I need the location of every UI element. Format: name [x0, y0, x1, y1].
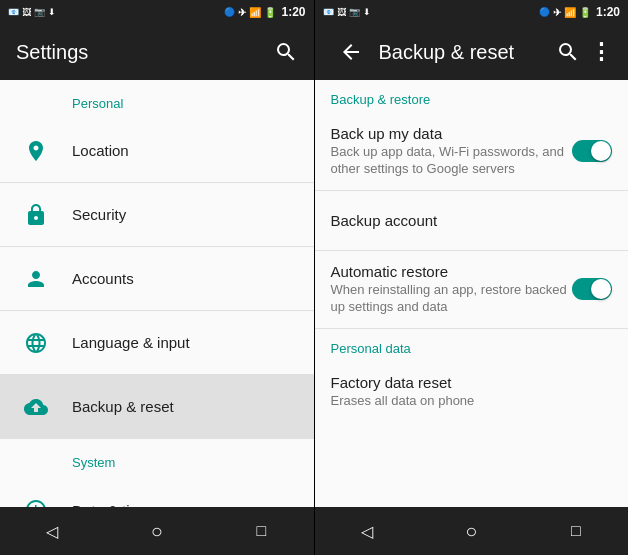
right-back-button[interactable]	[339, 40, 363, 64]
section-personal: Personal	[0, 80, 314, 119]
auto-restore-subtitle: When reinstalling an app, restore backed…	[331, 282, 573, 316]
backup-data-toggle-knob	[591, 141, 611, 161]
backup-account-text: Backup account	[331, 212, 613, 229]
left-back-button[interactable]: ◁	[28, 507, 76, 555]
left-settings-list: Personal Location Security Ac	[0, 80, 314, 507]
accounts-title: Accounts	[72, 270, 298, 287]
auto-restore-item[interactable]: Automatic restore When reinstalling an a…	[315, 251, 629, 329]
right-recents-button[interactable]: □	[552, 507, 600, 555]
accounts-text: Accounts	[72, 270, 298, 287]
factory-reset-item[interactable]: Factory data reset Erases all data on ph…	[315, 362, 629, 422]
right-back-nav-button[interactable]: ◁	[343, 507, 391, 555]
sidebar-item-location[interactable]: Location	[0, 119, 314, 183]
right-search-icon[interactable]	[556, 40, 580, 64]
backup-data-item[interactable]: Back up my data Back up app data, Wi-Fi …	[315, 113, 629, 191]
right-toolbar: Backup & reset ⋮	[315, 24, 629, 80]
right-home-button[interactable]: ○	[447, 507, 495, 555]
location-icon	[16, 131, 56, 171]
right-toolbar-title: Backup & reset	[379, 41, 549, 64]
sidebar-item-security[interactable]: Security	[0, 183, 314, 247]
auto-restore-title: Automatic restore	[331, 263, 573, 280]
sidebar-item-accounts[interactable]: Accounts	[0, 247, 314, 311]
left-nav-bar: ◁ ○ □	[0, 507, 314, 555]
right-back-nav-icon: ◁	[361, 522, 373, 541]
left-status-icons: 📧 🖼 📷 ⬇	[8, 7, 56, 17]
backup-text: Backup & reset	[72, 398, 298, 415]
location-text: Location	[72, 142, 298, 159]
datetime-text: Date & time	[72, 502, 298, 508]
left-back-icon: ◁	[46, 522, 58, 541]
backup-account-title: Backup account	[331, 212, 613, 229]
right-recents-icon: □	[571, 522, 581, 540]
auto-restore-toggle-knob	[591, 279, 611, 299]
left-panel: 📧 🖼 📷 ⬇ 🔵 ✈ 📶 🔋 1:20 Settings Personal	[0, 0, 314, 555]
sidebar-item-language[interactable]: Language & input	[0, 311, 314, 375]
factory-reset-title: Factory data reset	[331, 374, 613, 391]
left-status-right: 🔵 ✈ 📶 🔋 1:20	[224, 5, 305, 19]
backup-title: Backup & reset	[72, 398, 298, 415]
factory-reset-subtitle: Erases all data on phone	[331, 393, 613, 410]
section-system: System	[0, 439, 314, 478]
backup-data-toggle[interactable]	[572, 140, 612, 162]
sidebar-item-datetime[interactable]: Date & time	[0, 478, 314, 507]
security-text: Security	[72, 206, 298, 223]
sidebar-item-backup[interactable]: Backup & reset	[0, 375, 314, 439]
auto-restore-text: Automatic restore When reinstalling an a…	[331, 263, 573, 316]
backup-data-text: Back up my data Back up app data, Wi-Fi …	[331, 125, 573, 178]
left-home-icon: ○	[151, 520, 163, 543]
security-title: Security	[72, 206, 298, 223]
backup-icon	[16, 387, 56, 427]
auto-restore-toggle[interactable]	[572, 278, 612, 300]
section-backup-restore: Backup & restore	[315, 80, 629, 113]
right-clock: 1:20	[596, 5, 620, 19]
section-personal-data: Personal data	[315, 329, 629, 362]
left-recents-icon: □	[256, 522, 266, 540]
location-title: Location	[72, 142, 298, 159]
right-nav-bar: ◁ ○ □	[315, 507, 629, 555]
right-status-bar: 📧 🖼 📷 ⬇ 🔵 ✈ 📶 🔋 1:20	[315, 0, 629, 24]
left-toolbar: Settings	[0, 24, 314, 80]
factory-reset-text: Factory data reset Erases all data on ph…	[331, 374, 613, 410]
backup-account-item[interactable]: Backup account	[315, 191, 629, 251]
left-status-bar: 📧 🖼 📷 ⬇ 🔵 ✈ 📶 🔋 1:20	[0, 0, 314, 24]
datetime-title: Date & time	[72, 502, 298, 508]
right-status-right: 🔵 ✈ 📶 🔋 1:20	[539, 5, 620, 19]
accounts-icon	[16, 259, 56, 299]
left-home-button[interactable]: ○	[133, 507, 181, 555]
right-content: Backup & restore Back up my data Back up…	[315, 80, 629, 507]
right-more-icon[interactable]: ⋮	[588, 40, 612, 64]
language-title: Language & input	[72, 334, 298, 351]
left-search-icon[interactable]	[274, 40, 298, 64]
clock-icon	[16, 490, 56, 507]
backup-data-subtitle: Back up app data, Wi-Fi passwords, and o…	[331, 144, 573, 178]
left-clock: 1:20	[281, 5, 305, 19]
language-icon	[16, 323, 56, 363]
left-toolbar-title: Settings	[16, 41, 266, 64]
right-panel: 📧 🖼 📷 ⬇ 🔵 ✈ 📶 🔋 1:20 Backup & reset ⋮ Ba…	[315, 0, 629, 555]
right-status-icons: 📧 🖼 📷 ⬇	[323, 7, 371, 17]
backup-data-title: Back up my data	[331, 125, 573, 142]
right-home-icon: ○	[465, 520, 477, 543]
language-text: Language & input	[72, 334, 298, 351]
security-icon	[16, 195, 56, 235]
left-recents-button[interactable]: □	[237, 507, 285, 555]
